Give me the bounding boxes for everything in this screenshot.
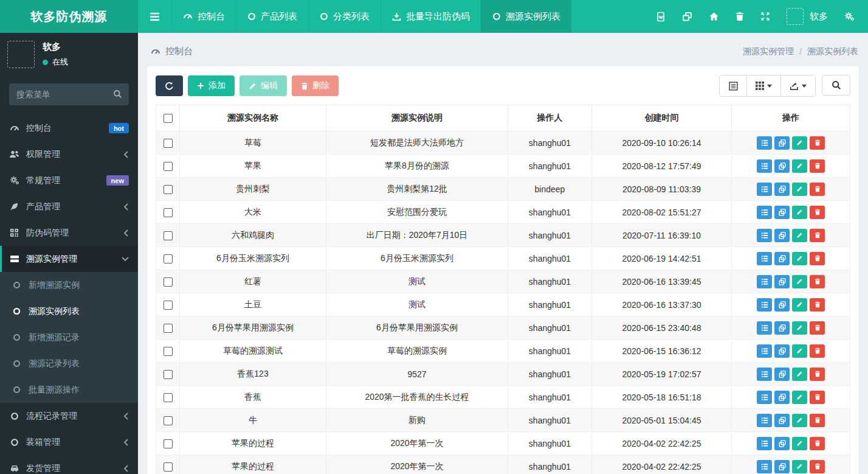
row-edit-button[interactable]: [792, 252, 807, 265]
columns-button[interactable]: [747, 75, 781, 96]
row-edit-button[interactable]: [792, 321, 807, 335]
sidebar-item-packing-mgmt[interactable]: 装箱管理: [0, 429, 138, 455]
row-copy-button[interactable]: [774, 460, 790, 473]
submenu-item-add-trace-instance[interactable]: 新增溯源实例: [0, 272, 138, 298]
row-copy-button[interactable]: [774, 275, 790, 288]
row-checkbox[interactable]: [164, 162, 173, 171]
row-checkbox[interactable]: [164, 254, 173, 263]
row-checkbox[interactable]: [164, 370, 173, 379]
row-copy-button[interactable]: [774, 414, 790, 427]
sidebar-item-general[interactable]: 常规管理 new: [0, 167, 138, 193]
row-edit-button[interactable]: [792, 275, 807, 288]
row-detail-button[interactable]: [757, 229, 772, 242]
row-detail-button[interactable]: [757, 321, 772, 335]
submenu-item-add-trace-record[interactable]: 新增溯源记录: [0, 324, 138, 350]
row-delete-button[interactable]: [810, 344, 825, 358]
row-checkbox[interactable]: [164, 301, 173, 310]
breadcrumb-parent[interactable]: 溯源实例管理: [743, 46, 794, 57]
row-copy-button[interactable]: [774, 159, 790, 173]
sidebar-item-process-record-mgmt[interactable]: 流程记录管理: [0, 403, 138, 429]
topnav-item-products[interactable]: 产品列表: [236, 0, 308, 33]
submenu-item-trace-record-list[interactable]: 溯源记录列表: [0, 350, 138, 377]
row-detail-button[interactable]: [757, 298, 772, 312]
row-delete-button[interactable]: [810, 437, 825, 450]
row-delete-button[interactable]: [810, 206, 825, 219]
row-delete-button[interactable]: [810, 159, 825, 173]
topnav-item-batch-export[interactable]: 批量导出防伪码: [381, 0, 481, 33]
row-checkbox[interactable]: [164, 324, 173, 333]
row-edit-button[interactable]: [792, 460, 807, 473]
row-edit-button[interactable]: [792, 368, 807, 381]
row-edit-button[interactable]: [792, 136, 807, 150]
add-button[interactable]: 添加: [188, 75, 235, 96]
row-edit-button[interactable]: [792, 229, 807, 242]
row-checkbox[interactable]: [164, 231, 173, 240]
row-copy-button[interactable]: [774, 229, 790, 242]
user-menu[interactable]: 软多: [787, 8, 828, 25]
edit-button[interactable]: 编辑: [239, 75, 287, 96]
row-copy-button[interactable]: [774, 391, 790, 404]
topnav-item-trace-instances[interactable]: 溯源实例列表: [481, 0, 571, 33]
row-delete-button[interactable]: [810, 275, 825, 288]
row-copy-button[interactable]: [774, 437, 790, 450]
sidebar-item-shipping-mgmt[interactable]: 发货管理: [0, 455, 138, 474]
row-detail-button[interactable]: [757, 414, 772, 427]
row-edit-button[interactable]: [792, 414, 807, 427]
row-delete-button[interactable]: [810, 414, 825, 427]
row-delete-button[interactable]: [810, 183, 825, 196]
sidebar-item-product-mgmt[interactable]: 产品管理: [0, 193, 138, 220]
sidebar-item-trace-instance-mgmt[interactable]: 溯源实例管理: [0, 246, 138, 272]
row-copy-button[interactable]: [774, 252, 790, 265]
row-edit-button[interactable]: [792, 437, 807, 450]
sidebar-item-permissions[interactable]: 权限管理: [0, 141, 138, 167]
search-toggle-button[interactable]: [822, 75, 850, 96]
row-delete-button[interactable]: [810, 229, 825, 242]
row-detail-button[interactable]: [757, 206, 772, 219]
row-detail-button[interactable]: [757, 437, 772, 450]
row-copy-button[interactable]: [774, 321, 790, 335]
submenu-item-batch-trace[interactable]: 批量溯源操作: [0, 377, 138, 403]
delete-button[interactable]: 删除: [292, 75, 339, 96]
row-copy-button[interactable]: [774, 206, 790, 219]
row-detail-button[interactable]: [757, 344, 772, 358]
row-delete-button[interactable]: [810, 252, 825, 265]
row-detail-button[interactable]: [757, 460, 772, 473]
row-copy-button[interactable]: [774, 136, 790, 150]
row-edit-button[interactable]: [792, 298, 807, 312]
word-document-icon[interactable]: W: [656, 12, 666, 22]
row-detail-button[interactable]: [757, 183, 772, 196]
sidebar-item-console[interactable]: 控制台 hot: [0, 115, 138, 141]
row-checkbox[interactable]: [164, 393, 173, 402]
row-copy-button[interactable]: [774, 183, 790, 196]
row-checkbox[interactable]: [164, 208, 173, 217]
select-all-checkbox[interactable]: [164, 114, 173, 123]
row-checkbox[interactable]: [164, 277, 173, 287]
row-detail-button[interactable]: [757, 368, 772, 381]
trash-icon[interactable]: [735, 12, 744, 21]
topnav-item-console[interactable]: 控制台: [171, 0, 236, 33]
sidebar-item-anticode-mgmt[interactable]: 防伪码管理: [0, 220, 138, 246]
row-delete-button[interactable]: [810, 460, 825, 473]
row-detail-button[interactable]: [757, 252, 772, 265]
row-delete-button[interactable]: [810, 391, 825, 404]
detail-view-button[interactable]: [720, 75, 747, 96]
row-copy-button[interactable]: [774, 368, 790, 381]
row-copy-button[interactable]: [774, 344, 790, 358]
gears-icon[interactable]: [844, 12, 855, 21]
row-checkbox[interactable]: [164, 347, 173, 356]
row-checkbox[interactable]: [164, 185, 173, 194]
windows-restore-icon[interactable]: [682, 12, 692, 21]
row-copy-button[interactable]: [774, 298, 790, 312]
row-delete-button[interactable]: [810, 368, 825, 381]
row-detail-button[interactable]: [757, 136, 772, 150]
row-edit-button[interactable]: [792, 344, 807, 358]
topnav-item-categories[interactable]: 分类列表: [308, 0, 381, 33]
refresh-button[interactable]: [156, 75, 183, 96]
export-button[interactable]: [781, 75, 815, 96]
submenu-item-trace-instance-list[interactable]: 溯源实例列表: [0, 298, 138, 324]
sidebar-toggle-button[interactable]: [138, 0, 171, 33]
row-checkbox[interactable]: [164, 439, 173, 448]
row-edit-button[interactable]: [792, 159, 807, 173]
fullscreen-arrows-icon[interactable]: [760, 12, 770, 21]
row-edit-button[interactable]: [792, 183, 807, 196]
